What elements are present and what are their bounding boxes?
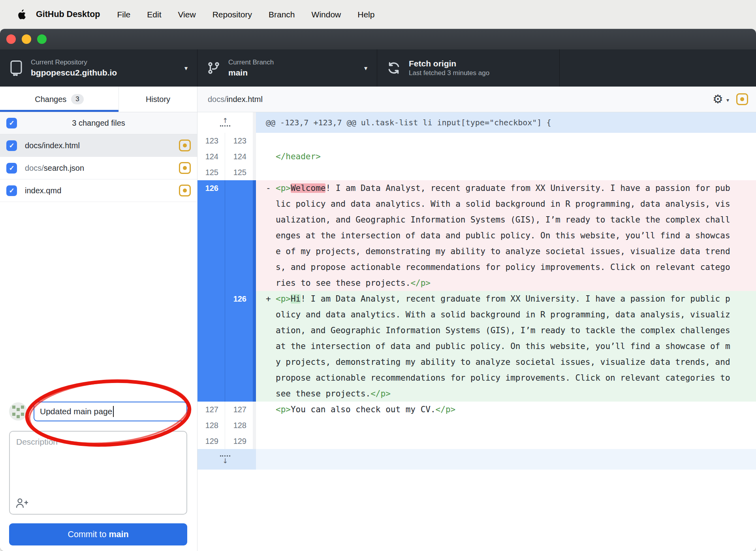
diff-line[interactable]: at the intersection of data and public p…: [197, 338, 756, 354]
tab-history[interactable]: History: [118, 87, 197, 112]
diff-body: ↑@@ -123,7 +123,7 @@ ul.task-list li inp…: [197, 112, 756, 551]
new-line-number[interactable]: [225, 354, 253, 370]
old-line-number[interactable]: [197, 354, 225, 370]
diff-line[interactable]: e of my projects, demonstrating my abili…: [197, 243, 756, 259]
menu-item-window[interactable]: Window: [303, 10, 350, 19]
file-row[interactable]: ✓docs/search.json: [0, 157, 197, 179]
old-line-number[interactable]: 129: [197, 433, 225, 449]
new-line-number[interactable]: 123: [225, 133, 253, 149]
diff-line[interactable]: olicy and data analytics. With a solid b…: [197, 307, 756, 323]
gutter-strip: [253, 259, 256, 275]
diff-line[interactable]: see these projects.</p>: [197, 386, 756, 402]
apple-icon[interactable]: [17, 9, 26, 19]
diff-view: docs/ index.html ⚙ ▾ ↑@@ -123,7 +123,7 @…: [197, 87, 756, 551]
diff-line[interactable]: ries to see these projects.</p>: [197, 275, 756, 291]
gear-icon[interactable]: ⚙: [713, 93, 723, 105]
diff-line[interactable]: 126+<p>Hi! I am Data Analyst, recent gra…: [197, 291, 756, 307]
diff-line[interactable]: 127127<p>You can also check out my CV.</…: [197, 402, 756, 417]
current-repository-value: bgpopescu2.github.io: [31, 67, 117, 78]
diff-line[interactable]: propose actionable recommendations for p…: [197, 370, 756, 386]
diff-line[interactable]: ualization, and Geographic Information S…: [197, 212, 756, 228]
old-line-number[interactable]: [197, 307, 225, 323]
close-button[interactable]: [6, 34, 16, 44]
chevron-down-icon[interactable]: ▾: [726, 97, 729, 103]
summary-input[interactable]: Updated main page: [34, 402, 187, 421]
new-line-number[interactable]: [225, 180, 253, 196]
commit-button[interactable]: Commit to main: [9, 523, 187, 545]
diff-line[interactable]: 123123: [197, 133, 756, 149]
menu-item-branch[interactable]: Branch: [260, 10, 303, 19]
file-checkbox[interactable]: ✓: [6, 185, 17, 196]
new-line-number[interactable]: [225, 323, 253, 338]
expand-down-button[interactable]: ↓: [197, 449, 253, 470]
gutter-strip: [253, 291, 256, 307]
new-line-number[interactable]: [225, 275, 253, 291]
old-line-number[interactable]: 128: [197, 417, 225, 433]
old-line-number[interactable]: 127: [197, 402, 225, 417]
new-line-number[interactable]: [225, 196, 253, 212]
current-repository-button[interactable]: Current Repository bgpopescu2.github.io …: [0, 49, 197, 87]
description-textarea[interactable]: Description: [9, 431, 187, 515]
new-line-number[interactable]: 128: [225, 417, 253, 433]
menu-item-view[interactable]: View: [169, 10, 204, 19]
current-branch-button[interactable]: Current Branch main ▾: [197, 49, 377, 87]
diff-line[interactable]: 129129: [197, 433, 756, 449]
old-line-number[interactable]: [197, 370, 225, 386]
new-line-number[interactable]: [225, 370, 253, 386]
diff-line-content: at the intersection of data and public p…: [256, 338, 756, 354]
old-line-number[interactable]: [197, 212, 225, 228]
diff-line[interactable]: enges at the intersection of data and pu…: [197, 228, 756, 243]
file-row[interactable]: ✓docs/index.html: [0, 134, 197, 157]
new-line-number[interactable]: 126: [225, 291, 253, 307]
new-line-number[interactable]: [225, 307, 253, 323]
old-line-number[interactable]: 125: [197, 164, 225, 180]
diff-line[interactable]: 128128: [197, 417, 756, 433]
add-coauthor-icon[interactable]: [15, 497, 28, 509]
zoom-button[interactable]: [37, 34, 47, 44]
old-line-number[interactable]: [197, 243, 225, 259]
old-line-number[interactable]: [197, 259, 225, 275]
file-row[interactable]: ✓index.qmd: [0, 179, 197, 202]
diff-line[interactable]: 125125: [197, 164, 756, 180]
old-line-number[interactable]: 123: [197, 133, 225, 149]
diff-line[interactable]: s, and propose actionable recommendation…: [197, 259, 756, 275]
tab-changes[interactable]: Changes 3: [0, 87, 118, 112]
diff-line[interactable]: 124124</header>: [197, 149, 756, 164]
new-line-number[interactable]: 125: [225, 164, 253, 180]
diff-line[interactable]: y projects, demonstrating my ability to …: [197, 354, 756, 370]
new-line-number[interactable]: 127: [225, 402, 253, 417]
diff-line[interactable]: ation, and Geographic Information System…: [197, 323, 756, 338]
diff-line[interactable]: lic policy and data analytics. With a so…: [197, 196, 756, 212]
new-line-number[interactable]: 129: [225, 433, 253, 449]
fetch-origin-button[interactable]: Fetch origin Last fetched 3 minutes ago: [377, 49, 560, 87]
old-line-number[interactable]: [197, 323, 225, 338]
menu-item-edit[interactable]: Edit: [139, 10, 169, 19]
expand-down-icon: ↓: [222, 458, 228, 464]
diff-line[interactable]: 126-<p>Welcome! I am Data Analyst, recen…: [197, 180, 756, 196]
new-line-number[interactable]: [225, 243, 253, 259]
old-line-number[interactable]: [197, 291, 225, 307]
menu-item-repository[interactable]: Repository: [204, 10, 260, 19]
new-line-number[interactable]: 124: [225, 149, 253, 164]
new-line-number[interactable]: [225, 259, 253, 275]
old-line-number[interactable]: 124: [197, 149, 225, 164]
file-checkbox[interactable]: ✓: [6, 163, 17, 174]
expand-up-button[interactable]: ↑: [197, 112, 253, 133]
new-line-number[interactable]: [225, 386, 253, 402]
minimize-button[interactable]: [22, 34, 31, 44]
old-line-number[interactable]: [197, 338, 225, 354]
old-line-number[interactable]: [197, 275, 225, 291]
file-checkbox[interactable]: ✓: [6, 140, 17, 151]
new-line-number[interactable]: [225, 228, 253, 243]
old-line-number[interactable]: 126: [197, 180, 225, 196]
old-line-number[interactable]: [197, 386, 225, 402]
menu-item-help[interactable]: Help: [349, 10, 383, 19]
select-all-checkbox[interactable]: ✓: [6, 118, 17, 128]
menu-app-name[interactable]: GitHub Desktop: [27, 9, 109, 19]
old-line-number[interactable]: [197, 228, 225, 243]
code-segment: at the intersection of data and public p…: [276, 342, 730, 351]
menu-item-file[interactable]: File: [109, 10, 139, 19]
new-line-number[interactable]: [225, 338, 253, 354]
old-line-number[interactable]: [197, 196, 225, 212]
new-line-number[interactable]: [225, 212, 253, 228]
